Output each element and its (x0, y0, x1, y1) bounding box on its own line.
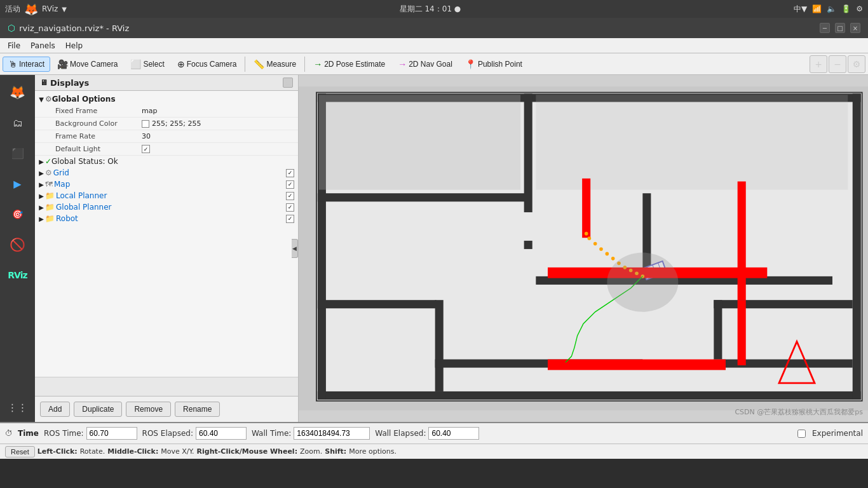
menu-file[interactable]: File (3, 40, 25, 51)
grid-icon: ⚙ (45, 168, 52, 177)
dock-grid[interactable]: ⋮⋮ (3, 393, 32, 422)
global-options-row[interactable]: ▼ ⚙ Global Options (35, 93, 298, 105)
settings-icon[interactable]: ⚙ (856, 4, 863, 13)
interact-button[interactable]: 🖱 Interact (3, 57, 50, 72)
map-row[interactable]: ▶ 🗺 Map ✓ (35, 179, 298, 190)
dock-terminal[interactable]: ⬛ (3, 139, 32, 168)
duplicate-button[interactable]: Duplicate (74, 402, 122, 417)
default-light-check[interactable]: ✓ (142, 145, 150, 153)
local-planner-expand[interactable]: ▶ (37, 192, 45, 200)
robot-checkbox[interactable]: ✓ (286, 215, 294, 223)
frame-rate-value[interactable]: 30 (142, 132, 295, 140)
viewport[interactable]: CSDN @芒果荔枝猕猴桃大西瓜我都爱ps (299, 75, 868, 422)
bg-color-swatch[interactable] (142, 120, 149, 128)
app-menu-arrow[interactable]: ▼ (62, 6, 67, 13)
fixed-frame-value[interactable]: map (142, 107, 295, 115)
move-camera-button[interactable]: 🎥 Move Camera (51, 57, 123, 72)
fixed-frame-row: Fixed Frame map (35, 105, 298, 118)
menu-help[interactable]: Help (60, 40, 88, 51)
wall-time-input[interactable] (294, 427, 370, 440)
global-options-gear-icon: ⚙ (45, 95, 52, 104)
firefox-icon[interactable]: 🦊 (24, 3, 38, 16)
ros-time-input[interactable] (86, 427, 137, 440)
default-light-checkbox[interactable]: ✓ (142, 145, 295, 153)
grid-label: Grid (53, 168, 286, 177)
map-checkbox[interactable]: ✓ (286, 180, 294, 189)
local-planner-row[interactable]: ▶ 📁 Local Planner ✓ (35, 190, 298, 201)
activities-label[interactable]: 活动 (5, 4, 20, 15)
robot-expand[interactable]: ▶ (37, 215, 45, 222)
grid-row[interactable]: ▶ ⚙ Grid ✓ (35, 167, 298, 179)
svg-rect-14 (714, 300, 722, 359)
reset-button[interactable]: Reset (5, 446, 35, 458)
global-options-expand[interactable]: ▼ (37, 95, 45, 103)
svg-rect-9 (524, 241, 532, 249)
dock-vscode[interactable]: ▶ (3, 169, 32, 198)
map-svg (299, 75, 868, 422)
middle-click-action: Move X/Y. (161, 447, 194, 456)
minimize-button[interactable]: − (820, 23, 830, 33)
select-button[interactable]: ⬜ Select (125, 57, 170, 72)
dock-rviz[interactable]: RViz (3, 261, 32, 290)
displays-panel-close[interactable]: × (283, 78, 293, 88)
svg-point-36 (599, 247, 603, 251)
interact-icon: 🖱 (8, 59, 17, 69)
dock-prohibited[interactable]: 🚫 (3, 230, 32, 259)
grid-expand[interactable]: ▶ (37, 169, 45, 177)
panel-options-button[interactable]: ⚙ (848, 55, 865, 73)
svg-rect-7 (318, 193, 526, 201)
map-expand[interactable]: ▶ (37, 180, 45, 188)
experimental-checkbox[interactable] (797, 430, 806, 438)
volume-icon[interactable]: 🔈 (827, 4, 836, 13)
svg-rect-4 (318, 391, 861, 400)
global-status-expand[interactable]: ▶ (37, 158, 45, 165)
remove-button[interactable]: Remove (126, 402, 171, 417)
global-status-row[interactable]: ▶ ✓ Global Status: Ok (35, 156, 298, 167)
global-planner-row[interactable]: ▶ 📁 Global Planner ✓ (35, 201, 298, 213)
left-click-label: Left-Click: (37, 447, 78, 456)
ros-elapsed-input[interactable] (196, 427, 247, 440)
robot-row[interactable]: ▶ 📁 Robot ✓ (35, 213, 298, 224)
measure-button[interactable]: 📏 Measure (248, 57, 302, 72)
time-panel: ⏱ Time ROS Time: ROS Elapsed: Wall Time:… (0, 422, 868, 444)
dock-rviz-extra[interactable]: 🎯 (3, 200, 32, 229)
menu-panels[interactable]: Panels (25, 40, 60, 51)
add-panel-button[interactable]: + (810, 55, 827, 73)
right-click-action: Zoom. (300, 447, 322, 456)
move-camera-icon: 🎥 (57, 59, 68, 69)
add-button[interactable]: Add (40, 402, 70, 417)
focus-camera-button[interactable]: ⊕ Focus Camera (172, 57, 243, 72)
remove-panel-button[interactable]: − (829, 55, 846, 73)
displays-tree: ▼ ⚙ Global Options Fixed Frame map Backg… (35, 91, 298, 377)
global-planner-label: Global Planner (56, 203, 286, 212)
svg-rect-15 (714, 360, 852, 368)
global-planner-checkbox[interactable]: ✓ (286, 203, 294, 212)
panel-collapse-handle[interactable]: ◀ (292, 239, 298, 258)
dock-firefox[interactable]: 🦊 (3, 78, 32, 107)
system-lang[interactable]: 中▼ (794, 4, 807, 15)
svg-point-38 (588, 236, 592, 240)
global-status-ok-icon: ✓ (45, 157, 51, 166)
pose-estimate-button[interactable]: → 2D Pose Estimate (308, 57, 391, 72)
title-bar: ⬡ rviz_navigation.rviz* - RViz − □ × (0, 18, 868, 38)
rename-button[interactable]: Rename (175, 402, 220, 417)
global-planner-expand[interactable]: ▶ (37, 203, 45, 211)
nav-goal-button[interactable]: → 2D Nav Goal (392, 57, 458, 72)
menu-bar: File Panels Help (0, 38, 868, 53)
time-panel-icon: ⏱ (5, 429, 13, 438)
svg-rect-27 (738, 300, 746, 365)
local-planner-checkbox[interactable]: ✓ (286, 192, 294, 200)
app-indicator[interactable]: RViz (42, 4, 58, 13)
shift-label: Shift: (325, 447, 346, 456)
maximize-button[interactable]: □ (835, 23, 845, 33)
displays-panel-header: 🖥 Displays × (35, 75, 298, 91)
svg-point-34 (611, 257, 615, 261)
dock-files[interactable]: 🗂 (3, 108, 32, 137)
publish-point-button[interactable]: 📍 Publish Point (459, 57, 528, 72)
close-button[interactable]: × (850, 23, 860, 33)
global-planner-icon: 📁 (45, 203, 55, 212)
svg-point-37 (593, 242, 597, 246)
bg-color-value[interactable]: 255; 255; 255 (142, 119, 295, 128)
grid-checkbox[interactable]: ✓ (286, 169, 294, 177)
wall-elapsed-input[interactable] (428, 427, 479, 440)
